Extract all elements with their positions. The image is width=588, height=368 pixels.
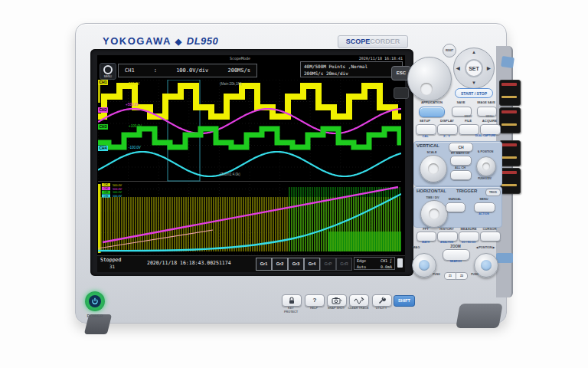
group-button-gr2[interactable]: Gr2 bbox=[272, 258, 288, 271]
cursor-button[interactable] bbox=[480, 232, 501, 242]
rt-math-ch-button[interactable] bbox=[450, 156, 472, 166]
svg-text:(Zoom1:4.0k): (Zoom1:4.0k) bbox=[220, 172, 240, 176]
set-dpad: ▲ ▼ ◀ ▶ SET bbox=[453, 48, 495, 89]
screen-datetime: 2020/11/18 16:18:41 bbox=[331, 56, 403, 61]
trigger-source: CH1 bbox=[381, 258, 387, 263]
application-button[interactable] bbox=[419, 107, 445, 117]
acquire-label: ACQUIRE bbox=[479, 120, 501, 123]
reset-button[interactable]: RESET bbox=[443, 44, 456, 58]
setup-label: SETUP bbox=[415, 120, 435, 123]
zoom-button[interactable] bbox=[443, 249, 470, 261]
vertical-position-label: ⇅ POSITION bbox=[472, 150, 499, 153]
image-save-label: IMAGE SAVE bbox=[472, 101, 500, 104]
input-terminal-3 bbox=[499, 140, 521, 166]
display-label: DISPLAY bbox=[436, 120, 458, 123]
trigger-status-box[interactable]: Edge CH1 ∫ Auto 0.0mA bbox=[354, 257, 395, 270]
setup-button[interactable] bbox=[416, 124, 436, 135]
probe-clip-top bbox=[501, 56, 514, 68]
svg-text:500.0V: 500.0V bbox=[129, 82, 139, 86]
file-button[interactable] bbox=[459, 124, 479, 135]
display-button[interactable] bbox=[437, 124, 458, 135]
set-button[interactable]: SET bbox=[465, 59, 483, 77]
group-button-grp[interactable]: GrP bbox=[320, 258, 336, 271]
vertical-scale-knob[interactable] bbox=[420, 155, 447, 182]
screen-menu-tile[interactable]: MENU bbox=[100, 63, 116, 80]
time-div-knob[interactable] bbox=[420, 200, 448, 228]
group-button-grr[interactable]: GrR bbox=[336, 258, 352, 271]
brand-wordmark: YOKOGAWA ◆ DL950 bbox=[103, 35, 218, 47]
clear-trace-button[interactable] bbox=[349, 294, 369, 307]
acquisition-line1: 40M/500M Points ,Normal bbox=[304, 63, 402, 70]
brand-yokogawa: YOKOGAWA bbox=[103, 35, 172, 47]
key-protect-label-2: PROTECT bbox=[282, 310, 300, 314]
vertical-position-knob[interactable] bbox=[476, 156, 496, 176]
svg-text:-100.0V: -100.0V bbox=[129, 146, 141, 150]
status-disk-icon bbox=[397, 258, 403, 268]
vertical-ch-button[interactable]: CH bbox=[449, 143, 473, 152]
waveform-erase-icon bbox=[354, 297, 364, 304]
svg-text:+100.0V: +100.0V bbox=[129, 124, 142, 128]
dpad-up-arrow[interactable]: ▲ bbox=[472, 50, 476, 54]
trigger-menu-button[interactable] bbox=[474, 202, 495, 212]
product-photo-stage: YOKOGAWA ◆ DL950 SCOPECORDER ScopeMode 2… bbox=[0, 0, 588, 368]
snap-shot-button[interactable] bbox=[327, 294, 347, 307]
key-protect-button[interactable] bbox=[282, 294, 302, 307]
acquire-button[interactable] bbox=[480, 124, 501, 135]
manual-button[interactable] bbox=[446, 202, 466, 212]
trigd-indicator: TRIG'D bbox=[485, 189, 501, 196]
z2-indicator: Z2 bbox=[456, 272, 468, 280]
acquisition-timestamp: 2020/11/18 16:18:43.00251174 bbox=[147, 260, 231, 266]
utility-button[interactable] bbox=[372, 294, 392, 307]
dpad-down-arrow[interactable]: ▼ bbox=[472, 80, 476, 85]
application-label: APPLICATION bbox=[412, 101, 452, 105]
power-label: POWER bbox=[80, 314, 109, 318]
help-button[interactable]: ? bbox=[305, 294, 325, 307]
logo-corder: CORDER bbox=[370, 38, 400, 45]
power-icon bbox=[91, 297, 99, 305]
svg-text:+500.0V: +500.0V bbox=[126, 103, 139, 107]
search-label: SEARCH bbox=[446, 261, 465, 264]
input-terminal-2 bbox=[499, 107, 521, 133]
scale-label: SCALE bbox=[421, 151, 443, 154]
group-button-gr4[interactable]: Gr4 bbox=[304, 258, 320, 271]
key-protect-label-1: KEY bbox=[282, 307, 300, 310]
group-button-gr1[interactable]: Gr1 bbox=[256, 258, 272, 271]
trigger-menu-label: MENU bbox=[473, 198, 495, 201]
run-state: Stopped bbox=[100, 257, 121, 263]
time-div-label: TIME / DIV bbox=[420, 196, 446, 199]
readout-channel: CH1 bbox=[125, 67, 135, 74]
utility-label: UTILITY bbox=[370, 307, 393, 310]
readout-separator: : bbox=[154, 67, 157, 74]
snap-shot-label: SNAP SHOT bbox=[325, 307, 348, 310]
go-nogo-label: GO / NO-GO bbox=[457, 242, 480, 245]
shift-button[interactable]: SHIFT bbox=[394, 295, 415, 307]
power-button[interactable] bbox=[85, 291, 105, 311]
dpad-right-arrow[interactable]: ▶ bbox=[487, 65, 491, 71]
probe-clip-bottom bbox=[496, 253, 513, 263]
svg-text:CH3: CH3 bbox=[103, 191, 108, 194]
bezel-blank-button[interactable] bbox=[394, 87, 409, 99]
camera-icon bbox=[332, 297, 342, 304]
clear-trace-label: CLEAR TRACE bbox=[346, 307, 371, 310]
channel-readout-box[interactable]: CH1 : 100.0V/div 200MS/s bbox=[118, 64, 257, 77]
stand-foot-right bbox=[456, 304, 503, 328]
svg-text:CH2: CH2 bbox=[103, 187, 108, 190]
svg-text:CH3: CH3 bbox=[99, 124, 106, 129]
save-label: SAVE bbox=[452, 101, 470, 105]
trigger-mode: Auto bbox=[357, 264, 366, 270]
input-terminal-4 bbox=[499, 168, 521, 194]
group-button-gr3[interactable]: Gr3 bbox=[288, 258, 304, 271]
trigger-type: Edge bbox=[357, 258, 366, 264]
readout-rate: 200MS/s bbox=[227, 67, 250, 74]
jog-shuttle-knob[interactable] bbox=[407, 57, 452, 101]
vertical-push-label: PUSH 0 DIV bbox=[469, 178, 501, 181]
dpad-left-arrow[interactable]: ◀ bbox=[456, 65, 460, 71]
start-stop-button[interactable]: START / STOP bbox=[455, 88, 493, 98]
svg-text:100.0V: 100.0V bbox=[113, 195, 122, 198]
acquire-sub-label: DUAL CAPTURE bbox=[470, 135, 501, 138]
svg-text:CH1: CH1 bbox=[103, 183, 108, 186]
svg-text:500.0V: 500.0V bbox=[113, 188, 122, 191]
screen-mode-label: ScopeMode bbox=[230, 56, 250, 61]
push-right-label: PUSH bbox=[469, 274, 481, 277]
menu-circle-icon bbox=[103, 65, 113, 74]
